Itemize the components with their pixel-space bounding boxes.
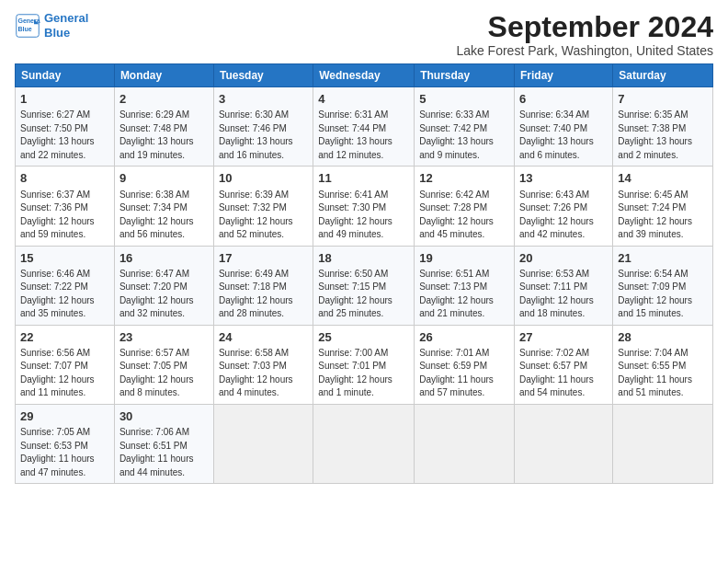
day-number: 28 bbox=[618, 329, 708, 346]
day-detail: Sunrise: 6:57 AMSunset: 7:05 PMDaylight:… bbox=[119, 347, 209, 400]
calendar-cell: 8Sunrise: 6:37 AMSunset: 7:36 PMDaylight… bbox=[16, 167, 115, 246]
day-number: 5 bbox=[419, 91, 509, 108]
day-detail: Sunrise: 6:31 AMSunset: 7:44 PMDaylight:… bbox=[318, 109, 409, 162]
day-detail: Sunrise: 7:06 AMSunset: 6:51 PMDaylight:… bbox=[119, 426, 209, 479]
day-number: 11 bbox=[318, 170, 409, 187]
logo-text-blue: Blue bbox=[44, 26, 88, 40]
day-detail: Sunrise: 6:37 AMSunset: 7:36 PMDaylight:… bbox=[20, 189, 109, 242]
day-detail: Sunrise: 6:51 AMSunset: 7:13 PMDaylight:… bbox=[419, 268, 509, 321]
calendar-body: 1Sunrise: 6:27 AMSunset: 7:50 PMDaylight… bbox=[16, 87, 713, 484]
day-number: 21 bbox=[618, 250, 708, 267]
day-detail: Sunrise: 6:39 AMSunset: 7:32 PMDaylight:… bbox=[219, 189, 308, 242]
calendar-week-2: 8Sunrise: 6:37 AMSunset: 7:36 PMDaylight… bbox=[16, 167, 713, 246]
day-detail: Sunrise: 6:42 AMSunset: 7:28 PMDaylight:… bbox=[419, 189, 509, 242]
day-number: 14 bbox=[618, 170, 708, 187]
day-number: 30 bbox=[119, 408, 209, 425]
calendar-cell: 25Sunrise: 7:00 AMSunset: 7:01 PMDayligh… bbox=[313, 325, 415, 404]
calendar-cell: 2Sunrise: 6:29 AMSunset: 7:48 PMDaylight… bbox=[114, 87, 213, 167]
col-monday: Monday bbox=[114, 64, 213, 87]
day-number: 25 bbox=[318, 329, 409, 346]
calendar-cell: 11Sunrise: 6:41 AMSunset: 7:30 PMDayligh… bbox=[313, 167, 415, 246]
calendar-cell: 24Sunrise: 6:58 AMSunset: 7:03 PMDayligh… bbox=[213, 325, 313, 404]
day-number: 3 bbox=[219, 91, 308, 108]
day-number: 18 bbox=[318, 250, 409, 267]
day-detail: Sunrise: 7:00 AMSunset: 7:01 PMDaylight:… bbox=[318, 347, 409, 400]
page-container: General Blue General Blue September 2024… bbox=[0, 0, 728, 491]
day-number: 2 bbox=[119, 91, 209, 108]
day-number: 24 bbox=[219, 329, 308, 346]
day-detail: Sunrise: 6:41 AMSunset: 7:30 PMDaylight:… bbox=[318, 189, 409, 242]
day-number: 16 bbox=[119, 250, 209, 267]
calendar-cell: 4Sunrise: 6:31 AMSunset: 7:44 PMDaylight… bbox=[313, 87, 415, 167]
day-detail: Sunrise: 7:02 AMSunset: 6:57 PMDaylight:… bbox=[519, 347, 608, 400]
month-title: September 2024 bbox=[456, 11, 713, 43]
calendar-cell: 23Sunrise: 6:57 AMSunset: 7:05 PMDayligh… bbox=[114, 325, 213, 404]
day-detail: Sunrise: 6:33 AMSunset: 7:42 PMDaylight:… bbox=[419, 109, 509, 162]
calendar-week-5: 29Sunrise: 7:05 AMSunset: 6:53 PMDayligh… bbox=[16, 404, 713, 483]
calendar-cell: 1Sunrise: 6:27 AMSunset: 7:50 PMDaylight… bbox=[16, 87, 115, 167]
day-number: 26 bbox=[419, 329, 509, 346]
col-tuesday: Tuesday bbox=[213, 64, 313, 87]
calendar-cell: 28Sunrise: 7:04 AMSunset: 6:55 PMDayligh… bbox=[613, 325, 713, 404]
calendar-cell: 18Sunrise: 6:50 AMSunset: 7:15 PMDayligh… bbox=[313, 246, 415, 325]
calendar-cell: 21Sunrise: 6:54 AMSunset: 7:09 PMDayligh… bbox=[613, 246, 713, 325]
day-number: 9 bbox=[119, 170, 209, 187]
day-detail: Sunrise: 6:30 AMSunset: 7:46 PMDaylight:… bbox=[219, 109, 308, 162]
calendar-cell: 15Sunrise: 6:46 AMSunset: 7:22 PMDayligh… bbox=[16, 246, 115, 325]
calendar-cell: 14Sunrise: 6:45 AMSunset: 7:24 PMDayligh… bbox=[613, 167, 713, 246]
day-number: 6 bbox=[519, 91, 608, 108]
day-number: 1 bbox=[20, 91, 109, 108]
day-detail: Sunrise: 6:58 AMSunset: 7:03 PMDaylight:… bbox=[219, 347, 308, 400]
day-number: 20 bbox=[519, 250, 608, 267]
day-number: 4 bbox=[318, 91, 409, 108]
day-number: 10 bbox=[219, 170, 308, 187]
day-detail: Sunrise: 6:47 AMSunset: 7:20 PMDaylight:… bbox=[119, 268, 209, 321]
day-number: 7 bbox=[618, 91, 708, 108]
calendar-cell: 12Sunrise: 6:42 AMSunset: 7:28 PMDayligh… bbox=[415, 167, 515, 246]
col-thursday: Thursday bbox=[415, 64, 515, 87]
calendar-table: Sunday Monday Tuesday Wednesday Thursday… bbox=[15, 63, 713, 484]
day-number: 17 bbox=[219, 250, 308, 267]
col-friday: Friday bbox=[515, 64, 613, 87]
day-number: 8 bbox=[20, 170, 109, 187]
day-number: 19 bbox=[419, 250, 509, 267]
day-detail: Sunrise: 6:54 AMSunset: 7:09 PMDaylight:… bbox=[618, 268, 708, 321]
calendar-cell: 13Sunrise: 6:43 AMSunset: 7:26 PMDayligh… bbox=[515, 167, 613, 246]
calendar-cell: 9Sunrise: 6:38 AMSunset: 7:34 PMDaylight… bbox=[114, 167, 213, 246]
calendar-cell: 17Sunrise: 6:49 AMSunset: 7:18 PMDayligh… bbox=[213, 246, 313, 325]
day-detail: Sunrise: 6:56 AMSunset: 7:07 PMDaylight:… bbox=[20, 347, 109, 400]
svg-text:Blue: Blue bbox=[18, 26, 32, 32]
calendar-cell: 7Sunrise: 6:35 AMSunset: 7:38 PMDaylight… bbox=[613, 87, 713, 167]
day-number: 12 bbox=[419, 170, 509, 187]
calendar-cell: 20Sunrise: 6:53 AMSunset: 7:11 PMDayligh… bbox=[515, 246, 613, 325]
day-detail: Sunrise: 6:27 AMSunset: 7:50 PMDaylight:… bbox=[20, 109, 109, 162]
day-number: 13 bbox=[519, 170, 608, 187]
calendar-week-1: 1Sunrise: 6:27 AMSunset: 7:50 PMDaylight… bbox=[16, 87, 713, 167]
col-sunday: Sunday bbox=[16, 64, 115, 87]
title-block: September 2024 Lake Forest Park, Washing… bbox=[456, 11, 713, 58]
calendar-cell: 26Sunrise: 7:01 AMSunset: 6:59 PMDayligh… bbox=[415, 325, 515, 404]
calendar-cell: 10Sunrise: 6:39 AMSunset: 7:32 PMDayligh… bbox=[213, 167, 313, 246]
logo-icon: General Blue bbox=[15, 13, 40, 39]
calendar-week-3: 15Sunrise: 6:46 AMSunset: 7:22 PMDayligh… bbox=[16, 246, 713, 325]
day-detail: Sunrise: 6:45 AMSunset: 7:24 PMDaylight:… bbox=[618, 189, 708, 242]
day-detail: Sunrise: 7:04 AMSunset: 6:55 PMDaylight:… bbox=[618, 347, 708, 400]
calendar-cell bbox=[313, 404, 415, 483]
day-detail: Sunrise: 6:35 AMSunset: 7:38 PMDaylight:… bbox=[618, 109, 708, 162]
logo-text-general: General bbox=[44, 11, 88, 26]
day-number: 22 bbox=[20, 329, 109, 346]
day-detail: Sunrise: 6:29 AMSunset: 7:48 PMDaylight:… bbox=[119, 109, 209, 162]
col-wednesday: Wednesday bbox=[313, 64, 415, 87]
day-detail: Sunrise: 7:01 AMSunset: 6:59 PMDaylight:… bbox=[419, 347, 509, 400]
day-detail: Sunrise: 6:46 AMSunset: 7:22 PMDaylight:… bbox=[20, 268, 109, 321]
calendar-cell: 5Sunrise: 6:33 AMSunset: 7:42 PMDaylight… bbox=[415, 87, 515, 167]
header-row-days: Sunday Monday Tuesday Wednesday Thursday… bbox=[16, 64, 713, 87]
header-row: General Blue General Blue September 2024… bbox=[15, 11, 713, 58]
calendar-cell bbox=[415, 404, 515, 483]
day-detail: Sunrise: 6:38 AMSunset: 7:34 PMDaylight:… bbox=[119, 189, 209, 242]
calendar-cell: 3Sunrise: 6:30 AMSunset: 7:46 PMDaylight… bbox=[213, 87, 313, 167]
day-detail: Sunrise: 6:43 AMSunset: 7:26 PMDaylight:… bbox=[519, 189, 608, 242]
day-detail: Sunrise: 6:34 AMSunset: 7:40 PMDaylight:… bbox=[519, 109, 608, 162]
day-number: 23 bbox=[119, 329, 209, 346]
calendar-cell bbox=[515, 404, 613, 483]
